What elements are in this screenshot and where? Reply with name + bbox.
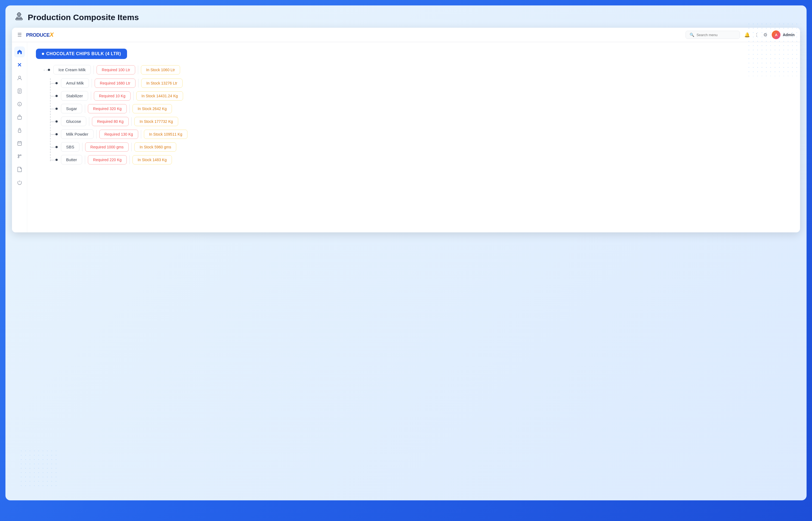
page-outer: Production Composite Items ☰ PRODUCEX 🔍 … (5, 5, 807, 500)
sub-item-name-1: Stabilizer (61, 91, 88, 100)
sub-bullet-0 (56, 82, 58, 84)
sub-required-4: Required 130 Kg (99, 130, 138, 139)
sub-required-5: Required 1000 gms (85, 142, 129, 152)
app-window: ☰ PRODUCEX 🔍 🔔 ⋮ ⚙ A Admin (12, 28, 800, 232)
parent-item-name: Ice Cream Milk (53, 65, 91, 74)
search-icon: 🔍 (689, 32, 694, 37)
divider-1 (93, 66, 94, 74)
sub-item-name-5: SBS (61, 142, 80, 152)
svg-point-3 (19, 14, 20, 15)
sub-item-name-2: Sugar (61, 104, 82, 113)
sidebar-item-home[interactable] (14, 46, 25, 58)
sidebar-item-power[interactable] (14, 177, 25, 188)
table-row: SBS Required 1000 gms In Stock 5960 gms (56, 142, 791, 152)
sub-instock-6: In Stock 1483 Kg (132, 155, 172, 164)
sidebar-item-lock[interactable] (14, 125, 25, 136)
svg-rect-1 (17, 17, 21, 19)
production-icon (14, 12, 24, 23)
svg-point-21 (18, 155, 19, 156)
svg-point-2 (17, 13, 21, 16)
sub-instock-5: In Stock 5960 gms (134, 142, 176, 152)
settings-icon[interactable]: ⚙ (763, 32, 767, 38)
sub-bullet-4 (56, 133, 58, 135)
table-row: Amul Milk Required 1680 Ltr In Stock 132… (56, 78, 791, 88)
parent-instock: In Stock 1060 Ltr (141, 65, 180, 74)
sub-required-2: Required 320 Kg (88, 104, 127, 113)
top-nav: ☰ PRODUCEX 🔍 🔔 ⋮ ⚙ A Admin (12, 28, 800, 42)
divider-2 (138, 66, 138, 74)
svg-point-22 (20, 155, 21, 156)
product-badge: CHOCOLATE CHIPS BULK (4 LTR) (36, 49, 127, 59)
svg-text:$: $ (19, 103, 20, 106)
sub-item-name-0: Amul Milk (61, 78, 89, 88)
svg-point-8 (19, 76, 21, 78)
sub-bullet-5 (56, 146, 58, 148)
sub-required-1: Required 10 Kg (94, 91, 131, 100)
bell-icon[interactable]: 🔔 (744, 32, 750, 38)
table-row: Stabilizer Required 10 Kg In Stock 14431… (56, 91, 791, 100)
sub-instock-4: In Stock 109511 Kg (144, 130, 188, 139)
page-header: Production Composite Items (5, 5, 807, 28)
parent-item-row: Ice Cream Milk Required 100 Ltr In Stock… (39, 65, 791, 74)
content-area: CHOCOLATE CHIPS BULK (4 LTR) Ice Cream M… (27, 42, 800, 232)
product-name: CHOCOLATE CHIPS BULK (4 LTR) (46, 51, 121, 56)
svg-rect-16 (18, 130, 21, 132)
hamburger-icon[interactable]: ☰ (17, 32, 22, 38)
sub-instock-0: In Stock 13276 Ltr (141, 78, 183, 88)
sidebar-item-coin[interactable]: $ (14, 99, 25, 110)
logo-text: PRODUCEX (26, 31, 54, 38)
main-content: ✕ (12, 42, 800, 232)
logo: PRODUCEX (26, 31, 54, 38)
sub-required-6: Required 220 Kg (88, 155, 127, 164)
sub-instock-1: In Stock 14431.24 Kg (136, 91, 183, 100)
svg-point-23 (18, 157, 19, 158)
sub-bullet-1 (56, 95, 58, 97)
admin-label: Admin (783, 32, 795, 37)
sub-bullet-2 (56, 108, 58, 110)
sidebar-item-bag[interactable] (14, 112, 25, 122)
table-row: Butter Required 220 Kg In Stock 1483 Kg (56, 155, 791, 164)
sidebar-item-file[interactable] (14, 164, 25, 175)
sub-item-name-6: Butter (61, 155, 82, 164)
sidebar-item-user[interactable] (14, 72, 25, 84)
logo-x: X (50, 31, 54, 38)
grid-icon[interactable]: ⋮ (754, 32, 759, 38)
sidebar-item-calendar[interactable] (14, 138, 25, 149)
sidebar-item-receipt[interactable] (14, 86, 25, 96)
parent-required: Required 100 Ltr (97, 65, 135, 74)
tree-container: Ice Cream Milk Required 100 Ltr In Stock… (36, 65, 791, 164)
sub-instock-2: In Stock 2642 Kg (132, 104, 172, 113)
sub-bullet-3 (56, 120, 58, 122)
sub-required-0: Required 1680 Ltr (95, 78, 135, 88)
user-profile[interactable]: A Admin (772, 30, 795, 39)
svg-rect-15 (18, 116, 21, 119)
nav-icons: 🔔 ⋮ ⚙ (744, 32, 767, 38)
table-row: Milk Powder Required 130 Kg In Stock 109… (56, 129, 791, 139)
table-row: Glucose Required 80 Kg In Stock 177732 K… (56, 117, 791, 126)
sub-bullet-6 (56, 159, 58, 161)
sub-item-name-3: Glucose (61, 117, 86, 126)
search-input[interactable] (697, 33, 732, 37)
sidebar-item-x[interactable]: ✕ (14, 60, 25, 70)
avatar: A (772, 30, 781, 39)
parent-bullet (48, 69, 50, 71)
search-bar[interactable]: 🔍 (685, 31, 740, 39)
sub-instock-3: In Stock 177732 Kg (134, 117, 178, 126)
sidebar: ✕ (12, 42, 27, 232)
sub-required-3: Required 80 Kg (92, 117, 129, 126)
svg-rect-17 (18, 142, 21, 145)
table-row: Sugar Required 320 Kg In Stock 2642 Kg (56, 104, 791, 113)
sub-items-tree: Amul Milk Required 1680 Ltr In Stock 132… (39, 78, 791, 164)
sub-item-name-4: Milk Powder (61, 129, 93, 139)
badge-dot (42, 53, 44, 55)
sidebar-item-git[interactable] (14, 151, 25, 162)
page-title: Production Composite Items (28, 13, 139, 22)
